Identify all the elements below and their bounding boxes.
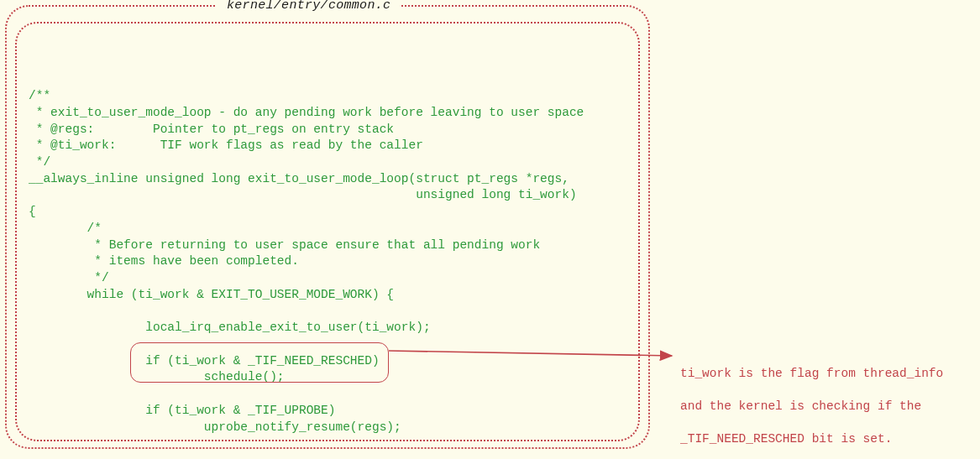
code-line: uprobe_notify_resume(regs); (29, 420, 401, 434)
code-line: __always_inline unsigned long exit_to_us… (29, 172, 569, 185)
code-line: /** (29, 89, 50, 102)
code-line: */ (29, 155, 50, 169)
code-line: * @ti_work: TIF work flags as read by th… (29, 138, 423, 152)
code-line: while (ti_work & EXIT_TO_USER_MODE_WORK)… (29, 288, 394, 301)
code-line: /* (29, 222, 102, 235)
code-line: local_irq_enable_exit_to_user(ti_work); (29, 321, 431, 334)
code-line: * exit_to_user_mode_loop - do any pendin… (29, 106, 584, 119)
file-title: kernel/entry/common.c (217, 0, 401, 13)
code-line: * items have been completed. (29, 254, 299, 268)
code-line: * @regs: Pointer to pt_regs on entry sta… (29, 123, 394, 136)
code-line: */ (29, 271, 109, 284)
diagram-stage: kernel/entry/common.c /** * exit_to_user… (0, 0, 980, 459)
code-line: unsigned long ti_work) (29, 188, 577, 201)
code-line: { (29, 205, 36, 218)
code-line: * Before returning to user space ensure … (29, 238, 540, 252)
annotation-line: _TIF_NEED_RESCHED bit is set. (680, 431, 965, 448)
annotation-line: ti_work is the flag from thread_info (680, 366, 965, 383)
annotation-line: and the kernel is checking if the (680, 399, 965, 415)
code-line: if (ti_work & _TIF_UPROBE) (29, 404, 335, 417)
annotation-text: ti_work is the flag from thread_info and… (680, 349, 965, 459)
highlight-resched-block (130, 342, 389, 383)
